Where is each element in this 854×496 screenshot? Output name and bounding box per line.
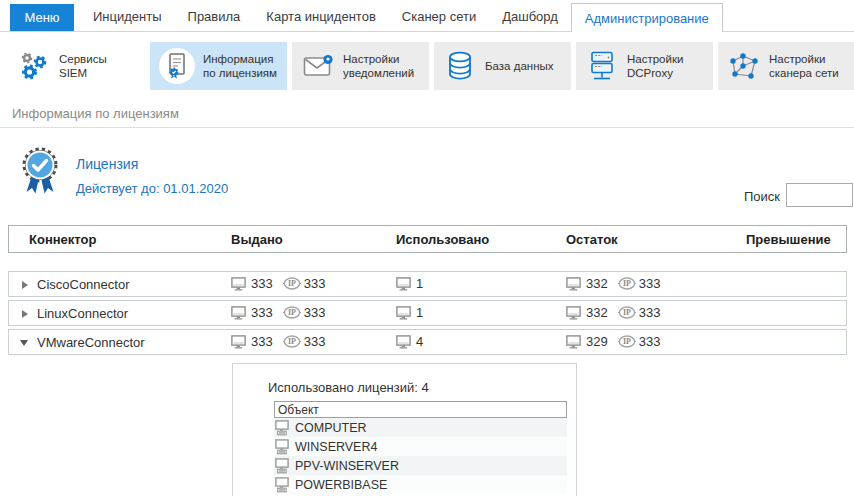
toolbar-button-label: Настройкиуведомлений — [343, 52, 414, 81]
ip-icon — [283, 277, 301, 290]
menu-button[interactable]: Меню — [10, 4, 74, 31]
search-input[interactable] — [786, 183, 853, 207]
tab-rules[interactable]: Правила — [175, 0, 254, 32]
issued-cell: 333 333 — [231, 334, 325, 349]
workstation-icon — [275, 477, 291, 493]
database-icon — [443, 48, 477, 84]
table-row[interactable]: CiscoConnector 333 333 1 332 333 — [8, 271, 847, 297]
connector-name: LinuxConnector — [37, 306, 128, 321]
issued-cell: 333 333 — [231, 305, 325, 320]
table-row[interactable]: VMwareConnector 333 333 4 329 333 — [8, 329, 847, 355]
license-usage-panel: Использовано лицензий: 4 Объект COMPUTER… — [232, 363, 577, 496]
computer-icon — [396, 335, 413, 349]
used-licenses-count: 4 — [422, 380, 429, 395]
ip-icon — [618, 306, 636, 319]
computer-icon — [566, 335, 583, 349]
remaining-cell: 332 333 — [566, 276, 660, 291]
tab-incidents[interactable]: Инциденты — [80, 0, 175, 32]
list-item[interactable]: COMPUTER — [274, 418, 567, 437]
toolbar-button-label: Настройкисканера сети — [769, 52, 839, 81]
connector-name: CiscoConnector — [37, 277, 130, 292]
expand-arrow-icon[interactable] — [22, 310, 28, 318]
section-divider — [0, 127, 854, 128]
dcproxy-settings-button[interactable]: НастройкиDCProxy — [576, 42, 713, 90]
tab-network-scanner[interactable]: Сканер сети — [389, 0, 489, 32]
table-header: Коннектор Выдано Использовано Остаток Пр… — [8, 225, 847, 253]
list-item[interactable]: PPV-WINSERVER — [274, 456, 567, 475]
search-label: Поиск — [744, 189, 780, 204]
column-issued: Выдано — [231, 232, 283, 247]
computer-icon — [231, 306, 248, 320]
used-licenses-line: Использовано лицензий: 4 — [268, 380, 429, 395]
issued-cell: 333 333 — [231, 276, 325, 291]
ip-icon — [618, 335, 636, 348]
toolbar-button-label: База данных — [485, 59, 554, 73]
list-item[interactable]: WINSERVER4 — [274, 437, 567, 456]
computer-icon — [566, 306, 583, 320]
column-excess: Превышение — [746, 232, 831, 247]
license-certificate-icon — [159, 48, 195, 84]
workstation-icon — [275, 420, 291, 436]
ip-icon — [283, 306, 301, 319]
proxy-server-icon — [585, 48, 619, 84]
ip-icon — [283, 335, 301, 348]
tab-incident-map[interactable]: Карта инцидентов — [253, 0, 388, 32]
connector-name: VMwareConnector — [37, 335, 145, 350]
computer-icon — [396, 277, 413, 291]
siem-services-button[interactable]: СервисыSIEM — [8, 42, 145, 90]
column-remaining: Остаток — [566, 232, 618, 247]
license-valid-until: Действует до: 01.01.2020 — [76, 181, 228, 196]
license-title: Лицензия — [76, 156, 138, 172]
object-column-header: Объект — [274, 401, 567, 418]
collapse-arrow-icon[interactable] — [20, 340, 28, 346]
computer-icon — [231, 277, 248, 291]
network-scanner-settings-button[interactable]: Настройкисканера сети — [718, 42, 854, 90]
used-cell: 1 — [396, 276, 423, 291]
license-info-button[interactable]: Информацияпо лицензиям — [150, 42, 287, 90]
admin-toolbar: СервисыSIEM Информацияпо лицензиям — [8, 42, 854, 90]
tab-dashboard[interactable]: Дашборд — [489, 0, 571, 32]
used-cell: 1 — [396, 305, 423, 320]
workstation-icon — [275, 458, 291, 474]
top-tab-bar: Инциденты Правила Карта инцидентов Скане… — [80, 0, 723, 32]
network-scanner-icon — [727, 48, 761, 84]
page-title: Информация по лицензиям — [12, 106, 179, 121]
remaining-cell: 329 333 — [566, 334, 660, 349]
table-row[interactable]: LinuxConnector 333 333 1 332 333 — [8, 300, 847, 326]
list-item[interactable]: POWERBIBASE — [274, 475, 567, 494]
remaining-cell: 332 333 — [566, 305, 660, 320]
rosette-check-icon — [17, 144, 63, 202]
tab-administration[interactable]: Администрирование — [571, 3, 723, 32]
used-cell: 4 — [396, 334, 423, 349]
computer-icon — [566, 277, 583, 291]
toolbar-button-label: НастройкиDCProxy — [627, 52, 683, 81]
mail-notification-icon — [301, 48, 335, 84]
expand-arrow-icon[interactable] — [22, 281, 28, 289]
computer-icon — [396, 306, 413, 320]
database-button[interactable]: База данных — [434, 42, 571, 90]
object-table: Объект COMPUTER WINSERVER4 PPV-WINSERVER… — [274, 401, 567, 494]
column-connector: Коннектор — [29, 232, 96, 247]
notification-settings-button[interactable]: Настройкиуведомлений — [292, 42, 429, 90]
toolbar-button-label: Информацияпо лицензиям — [203, 52, 277, 81]
workstation-icon — [275, 439, 291, 455]
menu-button-label: Меню — [24, 10, 59, 25]
computer-icon — [231, 335, 248, 349]
ip-icon — [618, 277, 636, 290]
gears-icon — [17, 48, 51, 84]
toolbar-button-label: СервисыSIEM — [59, 52, 107, 81]
column-used: Использовано — [396, 232, 489, 247]
